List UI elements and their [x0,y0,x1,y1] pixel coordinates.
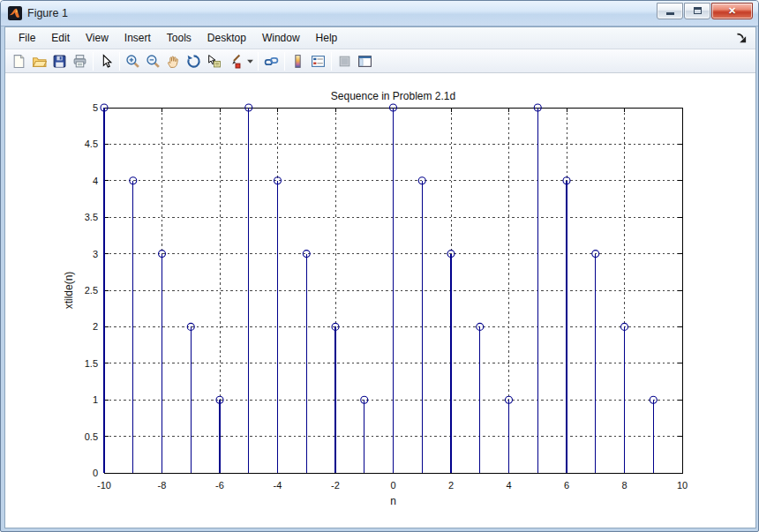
toolbar [5,49,755,73]
svg-text:0.5: 0.5 [85,431,98,442]
dock-figure-button[interactable] [734,31,748,45]
svg-text:-4: -4 [274,480,282,491]
pan-icon[interactable] [163,51,184,71]
legend-icon[interactable] [308,51,328,71]
svg-text:4: 4 [506,480,511,491]
menu-item-tools[interactable]: Tools [159,28,199,48]
svg-text:-6: -6 [215,480,224,491]
svg-text:-2: -2 [331,480,340,491]
close-icon: ✕ [728,6,736,16]
svg-text:4: 4 [93,176,98,186]
svg-text:xtilde(n): xtilde(n) [63,272,75,310]
svg-text:8: 8 [621,480,627,491]
title-bar[interactable]: Figure 1 ✕ [1,1,758,26]
svg-text:-10: -10 [97,480,111,491]
svg-text:n: n [390,495,396,507]
svg-text:3: 3 [93,249,98,259]
data-cursor-icon[interactable] [204,51,224,71]
minimize-button[interactable] [657,3,683,19]
zoom-out-icon[interactable] [143,51,163,71]
svg-text:4.5: 4.5 [85,139,98,149]
new-document-icon[interactable] [9,51,29,71]
svg-text:0: 0 [390,480,395,491]
svg-text:10: 10 [677,480,688,491]
maximize-icon [694,7,702,14]
svg-text:1: 1 [93,394,98,405]
figure-canvas: -10-8-6-4-2024681000.511.522.533.544.55S… [5,73,755,528]
toolbar-separator [258,52,259,71]
svg-text:0: 0 [93,468,98,478]
link-plot-icon[interactable] [261,51,282,71]
toolbar-separator [284,52,285,71]
figure-client-area: FileEditViewInsertToolsDesktopWindowHelp… [4,26,756,528]
menu-item-window[interactable]: Window [254,28,308,48]
maximize-button[interactable] [684,3,710,19]
print-icon[interactable] [70,51,90,71]
menu-item-desktop[interactable]: Desktop [199,28,254,48]
menu-item-view[interactable]: View [78,28,116,48]
menu-item-help[interactable]: Help [308,28,346,48]
svg-text:3.5: 3.5 [85,212,98,222]
svg-text:2: 2 [93,321,98,332]
svg-text:2: 2 [448,480,454,491]
menu-item-file[interactable]: File [11,28,43,48]
stem-plot: -10-8-6-4-2024681000.511.522.533.544.55S… [5,73,755,528]
svg-text:1.5: 1.5 [85,358,98,369]
rotate-3d-icon[interactable] [184,51,204,71]
menu-items: FileEditViewInsertToolsDesktopWindowHelp [11,28,734,48]
matlab-icon [8,6,22,20]
toolbar-separator [119,52,120,71]
menu-item-edit[interactable]: Edit [43,28,78,48]
svg-text:Sequence in Problem 2.1d: Sequence in Problem 2.1d [331,90,455,102]
brush-icon[interactable] [224,51,244,71]
svg-text:2.5: 2.5 [85,285,98,296]
show-plot-tools-icon[interactable] [355,51,375,71]
save-icon[interactable] [49,51,70,71]
window-title: Figure 1 [27,7,657,19]
zoom-in-icon[interactable] [123,51,143,71]
toolbar-separator [93,52,94,71]
svg-text:6: 6 [564,480,569,491]
window-controls: ✕ [657,3,753,19]
menu-bar: FileEditViewInsertToolsDesktopWindowHelp [5,27,755,49]
open-folder-icon[interactable] [29,51,49,71]
svg-text:-8: -8 [158,480,167,491]
figure-window: Figure 1 ✕ FileEditViewInsertToolsDeskto… [0,0,759,532]
brush-dropdown-icon[interactable] [244,51,255,71]
menu-item-insert[interactable]: Insert [116,28,159,48]
pointer-icon[interactable] [96,51,116,71]
minimize-icon [666,12,674,15]
toolbar-separator [331,52,332,71]
close-button[interactable]: ✕ [711,3,753,19]
svg-text:5: 5 [93,102,98,113]
colorbar-icon[interactable] [288,51,308,71]
hide-plot-tools-icon[interactable] [334,51,355,71]
